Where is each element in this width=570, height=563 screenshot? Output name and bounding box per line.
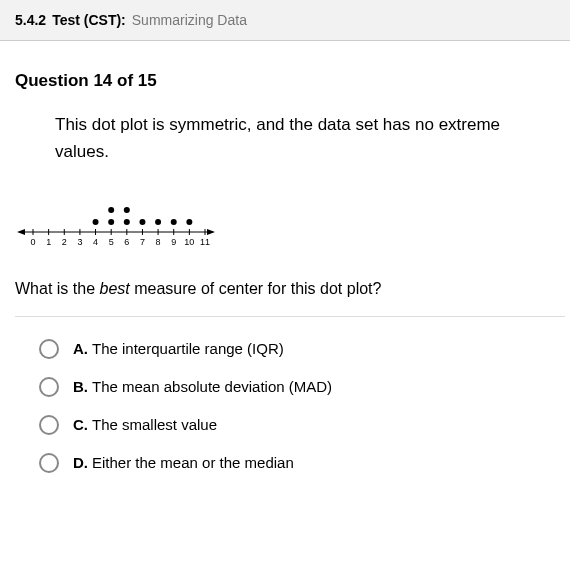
svg-text:2: 2 (62, 237, 67, 247)
prompt-pre: What is the (15, 280, 99, 297)
question-text: This dot plot is symmetric, and the data… (55, 111, 515, 165)
radio-icon (39, 453, 59, 473)
svg-point-29 (108, 207, 114, 213)
option-letter: D. (73, 454, 88, 471)
dot-plot: 01234567891011 (15, 190, 215, 250)
answer-options: A.The interquartile range (IQR) B.The me… (39, 339, 555, 473)
svg-text:4: 4 (93, 237, 98, 247)
svg-text:5: 5 (109, 237, 114, 247)
svg-text:7: 7 (140, 237, 145, 247)
radio-icon (39, 415, 59, 435)
section-code: 5.4.2 (15, 12, 46, 28)
test-label: Test (CST): (52, 12, 126, 28)
radio-icon (39, 377, 59, 397)
option-b[interactable]: B.The mean absolute deviation (MAD) (39, 377, 555, 397)
question-content: Question 14 of 15 This dot plot is symme… (0, 41, 570, 506)
option-a[interactable]: A.The interquartile range (IQR) (39, 339, 555, 359)
question-number: Question 14 of 15 (15, 71, 555, 91)
option-text: The smallest value (92, 416, 217, 433)
svg-marker-2 (207, 229, 215, 235)
option-letter: A. (73, 340, 88, 357)
svg-point-27 (93, 219, 99, 225)
option-letter: C. (73, 416, 88, 433)
divider (15, 316, 565, 317)
option-text: Either the mean or the median (92, 454, 294, 471)
svg-point-33 (155, 219, 161, 225)
svg-text:0: 0 (30, 237, 35, 247)
svg-text:8: 8 (156, 237, 161, 247)
test-title: Summarizing Data (132, 12, 247, 28)
svg-text:3: 3 (77, 237, 82, 247)
option-d[interactable]: D.Either the mean or the median (39, 453, 555, 473)
question-prompt: What is the best measure of center for t… (15, 280, 555, 298)
svg-text:10: 10 (184, 237, 194, 247)
svg-point-28 (108, 219, 114, 225)
svg-point-31 (124, 207, 130, 213)
svg-text:6: 6 (124, 237, 129, 247)
option-text: The interquartile range (IQR) (92, 340, 284, 357)
radio-icon (39, 339, 59, 359)
prompt-em: best (99, 280, 129, 297)
svg-point-30 (124, 219, 130, 225)
option-c[interactable]: C.The smallest value (39, 415, 555, 435)
test-header: 5.4.2 Test (CST): Summarizing Data (0, 0, 570, 41)
option-letter: B. (73, 378, 88, 395)
svg-text:9: 9 (171, 237, 176, 247)
svg-text:1: 1 (46, 237, 51, 247)
prompt-post: measure of center for this dot plot? (130, 280, 382, 297)
svg-point-34 (171, 219, 177, 225)
svg-text:11: 11 (200, 237, 210, 247)
svg-marker-1 (17, 229, 25, 235)
svg-point-32 (139, 219, 145, 225)
svg-point-35 (186, 219, 192, 225)
option-text: The mean absolute deviation (MAD) (92, 378, 332, 395)
